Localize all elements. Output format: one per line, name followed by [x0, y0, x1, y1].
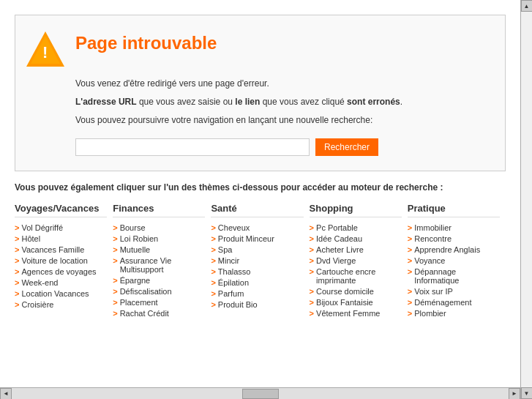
categories-grid: Voyages/Vacances>Vol Dégriffé>Hôtel>Vaca…: [15, 203, 506, 320]
search-row: Rechercher: [75, 138, 490, 156]
category-arrow-icon: >: [15, 256, 19, 265]
category-col-title-3: Shopping: [310, 203, 402, 217]
error-title: Page introuvable: [75, 33, 217, 53]
category-arrow-icon: >: [211, 245, 215, 254]
category-link-1-4[interactable]: Épargne: [120, 276, 151, 285]
category-arrow-icon: >: [310, 287, 314, 296]
list-item: >Déménagement: [408, 298, 500, 307]
category-link-0-2[interactable]: Vacances Famille: [21, 245, 84, 254]
category-col-4: Pratique>Immobilier>Rencontre>Apprendre …: [408, 203, 506, 320]
category-link-1-0[interactable]: Bourse: [120, 223, 146, 232]
error-line2: L'adresse URL que vous avez saisie ou le…: [75, 95, 490, 109]
category-link-0-6[interactable]: Location Vacances: [21, 289, 89, 298]
category-col-0: Voyages/Vacances>Vol Dégriffé>Hôtel>Vaca…: [15, 203, 113, 320]
scroll-track-vertical: [521, 12, 532, 387]
category-link-1-1[interactable]: Loi Robien: [120, 234, 159, 243]
list-item: >Week-end: [15, 278, 107, 287]
category-arrow-icon: >: [310, 234, 314, 243]
category-link-2-7[interactable]: Produit Bio: [218, 300, 258, 309]
category-arrow-icon: >: [310, 256, 314, 265]
category-link-4-1[interactable]: Rencontre: [414, 234, 452, 243]
category-arrow-icon: >: [15, 289, 19, 298]
list-item: >Vol Dégriffé: [15, 223, 107, 232]
category-link-2-2[interactable]: Spa: [218, 245, 233, 254]
list-item: >Bijoux Fantaisie: [310, 298, 402, 307]
category-link-1-6[interactable]: Placement: [120, 298, 158, 307]
list-item: >Cartouche encre imprimante: [310, 267, 402, 285]
scroll-track-horizontal: [12, 388, 509, 400]
list-item: >Course domicile: [310, 287, 402, 296]
list-item: >Agences de voyages: [15, 267, 107, 276]
category-link-4-3[interactable]: Voyance: [414, 256, 445, 265]
category-link-0-4[interactable]: Agences de voyages: [21, 267, 96, 276]
list-item: >Voyance: [408, 256, 500, 265]
list-item: >Voiture de location: [15, 256, 107, 265]
category-arrow-icon: >: [15, 245, 19, 254]
category-link-3-0[interactable]: Pc Portable: [316, 223, 358, 232]
list-item: >Défiscalisation: [113, 287, 205, 296]
category-link-2-1[interactable]: Produit Minceur: [218, 234, 274, 243]
category-link-3-1[interactable]: Idée Cadeau: [316, 234, 362, 243]
category-link-4-5[interactable]: Voix sur IP: [414, 287, 453, 296]
category-link-3-5[interactable]: Course domicile: [316, 287, 374, 296]
category-arrow-icon: >: [113, 276, 117, 285]
search-input[interactable]: [75, 138, 310, 156]
category-link-3-7[interactable]: Vêtement Femme: [316, 309, 380, 318]
scroll-up-button[interactable]: ▲: [521, 0, 533, 12]
list-item: >Idée Cadeau: [310, 234, 402, 243]
category-arrow-icon: >: [15, 267, 19, 276]
category-link-1-5[interactable]: Défiscalisation: [120, 287, 172, 296]
category-arrow-icon: >: [211, 234, 215, 243]
category-link-0-5[interactable]: Week-end: [21, 278, 58, 287]
category-link-4-2[interactable]: Apprendre Anglais: [414, 245, 480, 254]
category-link-1-3[interactable]: Assurance Vie Multisupport: [120, 256, 206, 274]
category-arrow-icon: >: [211, 278, 215, 287]
category-col-3: Shopping>Pc Portable>Idée Cadeau>Acheter…: [310, 203, 408, 320]
category-link-1-2[interactable]: Mutuelle: [120, 245, 151, 254]
category-link-4-7[interactable]: Plombier: [414, 309, 446, 318]
category-link-4-4[interactable]: Dépannage Informatique: [414, 267, 500, 285]
category-link-0-1[interactable]: Hôtel: [21, 234, 40, 243]
category-arrow-icon: >: [113, 298, 117, 307]
scroll-left-button[interactable]: ◄: [0, 388, 12, 400]
scroll-down-button[interactable]: ▼: [521, 387, 533, 399]
list-item: >Croisière: [15, 300, 107, 309]
category-arrow-icon: >: [310, 267, 314, 276]
list-item: >Bourse: [113, 223, 205, 232]
scroll-thumb-horizontal[interactable]: [242, 389, 279, 399]
category-arrow-icon: >: [113, 234, 117, 243]
category-link-2-6[interactable]: Parfum: [218, 289, 244, 298]
category-link-4-6[interactable]: Déménagement: [414, 298, 471, 307]
scroll-right-button[interactable]: ►: [509, 388, 520, 400]
search-button[interactable]: Rechercher: [315, 138, 378, 156]
category-arrow-icon: >: [15, 223, 19, 232]
category-col-title-4: Pratique: [408, 203, 500, 217]
category-link-3-2[interactable]: Acheter Livre: [316, 245, 364, 254]
list-item: >Acheter Livre: [310, 245, 402, 254]
list-item: >Rachat Crédit: [113, 309, 205, 318]
category-col-title-1: Finances: [113, 203, 205, 217]
category-link-3-6[interactable]: Bijoux Fantaisie: [316, 298, 373, 307]
category-intro: Vous pouvez également cliquer sur l'un d…: [15, 182, 506, 193]
list-item: >Épargne: [113, 276, 205, 285]
category-link-4-0[interactable]: Immobilier: [414, 223, 452, 232]
category-link-1-7[interactable]: Rachat Crédit: [120, 309, 169, 318]
category-link-2-3[interactable]: Mincir: [218, 256, 239, 265]
category-link-3-4[interactable]: Cartouche encre imprimante: [316, 267, 402, 285]
list-item: >Assurance Vie Multisupport: [113, 256, 205, 274]
warning-exclaim: !: [42, 45, 48, 61]
category-link-0-7[interactable]: Croisière: [21, 300, 53, 309]
category-arrow-icon: >: [211, 256, 215, 265]
category-link-0-0[interactable]: Vol Dégriffé: [21, 223, 63, 232]
category-link-2-5[interactable]: Épilation: [218, 278, 249, 287]
category-arrow-icon: >: [113, 223, 117, 232]
category-link-2-0[interactable]: Cheveux: [218, 223, 250, 232]
list-item: >Dépannage Informatique: [408, 267, 500, 285]
category-col-title-0: Voyages/Vacances: [15, 203, 107, 217]
category-arrow-icon: >: [113, 287, 117, 296]
category-link-0-3[interactable]: Voiture de location: [21, 256, 88, 265]
category-link-3-3[interactable]: Dvd Vierge: [316, 256, 356, 265]
error-text-5: .: [400, 97, 402, 107]
category-link-2-4[interactable]: Thalasso: [218, 267, 251, 276]
list-item: >Vacances Famille: [15, 245, 107, 254]
